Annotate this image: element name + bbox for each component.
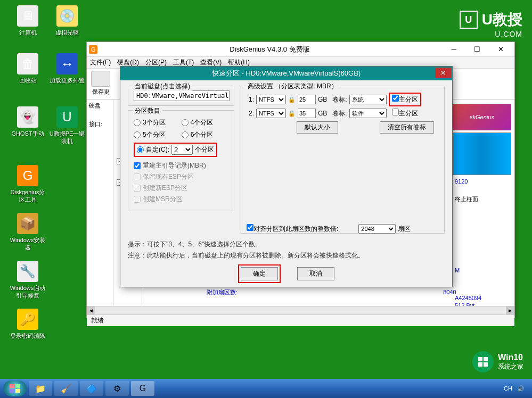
- desktop-icon-upe[interactable]: UU教授PE一键装机: [48, 106, 86, 145]
- check-msr: 创建MSR分区: [134, 195, 228, 204]
- win10-badge: Win10 系统之家: [472, 351, 523, 372]
- brand-banner: skGenius: [453, 104, 511, 130]
- desktop-icon-ghost[interactable]: 👻GHOST手动: [9, 106, 47, 137]
- taskbar: 📁 🧹 🔷 ⚙ G CH 🔊: [0, 379, 532, 398]
- desktop-icon-win-installer[interactable]: 📦Windows安装器: [9, 213, 47, 251]
- radio-custom[interactable]: 自定(C):: [137, 145, 169, 154]
- box-icon: 📦: [17, 213, 38, 234]
- cancel-button[interactable]: 取消: [297, 267, 334, 280]
- horizontal-scrollbar[interactable]: [87, 306, 514, 314]
- radio-6-partitions[interactable]: 6个分区: [182, 130, 214, 139]
- primary-check-1-highlight: 主分区: [389, 93, 421, 106]
- current-disk-group: 当前磁盘(点击选择) HD0:VMware,VMwareVirtualS(6: [128, 86, 234, 106]
- u-icon: U: [56, 106, 78, 128]
- size-input-1[interactable]: [298, 95, 316, 104]
- align-select[interactable]: 2048: [358, 224, 396, 234]
- check-rebuild-mbr[interactable]: 重建主引导记录(MBR): [134, 161, 228, 170]
- win10-icon: [472, 351, 494, 372]
- default-size-button[interactable]: 默认大小: [297, 121, 338, 134]
- align-checkbox[interactable]: 对齐分区到此扇区数的整数倍:: [247, 224, 338, 234]
- desktop-icon-computer[interactable]: 🖥计算机: [9, 5, 47, 36]
- desktop-icon-recycle[interactable]: 🗑回收站: [9, 53, 47, 84]
- check-new-esp: 创建新ESP分区: [134, 184, 228, 193]
- app-icon: G: [89, 45, 97, 54]
- radio-3-partitions[interactable]: 3个分区: [134, 118, 166, 127]
- ok-highlight: 确定: [238, 264, 281, 283]
- minimize-button[interactable]: [442, 44, 465, 55]
- ghost-icon: 👻: [17, 106, 38, 128]
- partition-row-2: 2: NTFS 🔒 GB 卷标: 软件 主分区: [247, 109, 439, 118]
- disk-cylinder-icon: [453, 132, 511, 175]
- fs-select-2[interactable]: NTFS: [256, 109, 286, 118]
- clear-labels-button[interactable]: 清空所有卷标: [380, 121, 434, 134]
- lock-icon: 🔒: [288, 96, 296, 103]
- watermark-icon: U: [460, 11, 478, 29]
- taskbar-tray[interactable]: CH 🔊: [504, 385, 529, 392]
- taskbar-item[interactable]: 📁: [29, 381, 52, 396]
- fs-select-1[interactable]: NTFS: [256, 95, 286, 104]
- dialog-title: 快速分区 - HD0:VMware,VMwareVirtualS(60GB): [212, 69, 361, 78]
- status-text: 就绪: [91, 316, 104, 325]
- disk-info: 9120 终止柱面 M A4245094 512 Byt: [453, 175, 511, 312]
- left-pane: 硬盘 接口:: [87, 100, 113, 306]
- taskbar-item[interactable]: ⚙: [105, 381, 129, 396]
- quick-partition-dialog: 快速分区 - HD0:VMware,VMwareVirtualS(60GB) ✕…: [120, 66, 453, 287]
- toolbar-save[interactable]: 保存更: [91, 71, 110, 96]
- hint-2: 注意：此功能执行后，当前磁盘上的现有分区将被删除。新分区将会被快速格式化。: [128, 251, 445, 260]
- check-keep-esp: 保留现有ESP分区: [134, 172, 228, 181]
- custom-count-select[interactable]: 2: [171, 145, 193, 155]
- primary-check-1[interactable]: 主分区: [392, 95, 418, 104]
- extra-sectors-row: 附加扇区数: 8040: [207, 288, 456, 296]
- wrench-icon: 🔧: [17, 261, 38, 282]
- desktop-icon-diskgenius[interactable]: GDiskgenius分区工具: [9, 165, 47, 203]
- save-icon: [91, 71, 110, 87]
- expand-icon: ↔: [56, 53, 78, 74]
- menu-file[interactable]: 文件(F): [90, 58, 111, 67]
- radio-4-partitions[interactable]: 4个分区: [182, 118, 214, 127]
- taskbar-item[interactable]: 🔷: [80, 381, 103, 396]
- language-indicator[interactable]: CH: [504, 385, 512, 392]
- size-input-2[interactable]: [298, 109, 316, 118]
- statusbar: 就绪: [87, 314, 514, 326]
- dialog-close-button[interactable]: ✕: [435, 68, 451, 78]
- primary-check-2[interactable]: 主分区: [392, 109, 418, 118]
- diskgenius-icon: G: [17, 165, 38, 186]
- lock-icon: 🔒: [288, 110, 296, 117]
- watermark: U U教授 U.COM: [460, 10, 522, 30]
- ok-button[interactable]: 确定: [241, 267, 278, 280]
- taskbar-item-active[interactable]: G: [131, 381, 154, 396]
- window-title: DiskGenius V4.3.0 免费版: [97, 45, 442, 54]
- label-select-1[interactable]: 系统: [349, 95, 387, 104]
- custom-partition-row: 自定(C): 2 个分区: [134, 143, 217, 157]
- desktop-icon-boot-repair[interactable]: 🔧Windows启动引导修复: [9, 261, 47, 299]
- key-icon: 🔑: [17, 309, 38, 330]
- maximize-button[interactable]: [465, 44, 489, 55]
- hint-1: 提示：可按下"3、4、5、6"快速选择分区个数。: [128, 240, 445, 249]
- advanced-settings-group: 高级设置 （分区表类型: MBR） 1: NTFS 🔒 GB 卷标: 系统 主分…: [241, 86, 445, 234]
- titlebar[interactable]: G DiskGenius V4.3.0 免费版: [87, 42, 514, 57]
- label-select-2[interactable]: 软件: [349, 109, 387, 118]
- start-button[interactable]: [3, 380, 27, 396]
- partition-row-1: 1: NTFS 🔒 GB 卷标: 系统 主分区: [247, 93, 439, 106]
- radio-5-partitions[interactable]: 5个分区: [134, 130, 166, 139]
- desktop-icon-clear-password[interactable]: 🔑登录密码清除: [9, 309, 47, 339]
- desktop-icon-load-more[interactable]: ↔加载更多外置: [48, 53, 86, 84]
- partition-count-group: 分区数目 3个分区 4个分区 5个分区 6个分区 自定(C): 2 个分区: [128, 110, 234, 211]
- trash-icon: 🗑: [17, 53, 38, 74]
- disk-select[interactable]: HD0:VMware,VMwareVirtualS(6: [134, 90, 230, 101]
- cd-icon: 💿: [56, 5, 78, 27]
- close-button[interactable]: [489, 44, 512, 55]
- computer-icon: 🖥: [17, 5, 38, 27]
- dialog-titlebar[interactable]: 快速分区 - HD0:VMware,VMwareVirtualS(60GB) ✕: [120, 67, 452, 80]
- taskbar-item[interactable]: 🧹: [54, 381, 78, 396]
- desktop-icon-virtual-cd[interactable]: 💿虚拟光驱: [48, 5, 86, 36]
